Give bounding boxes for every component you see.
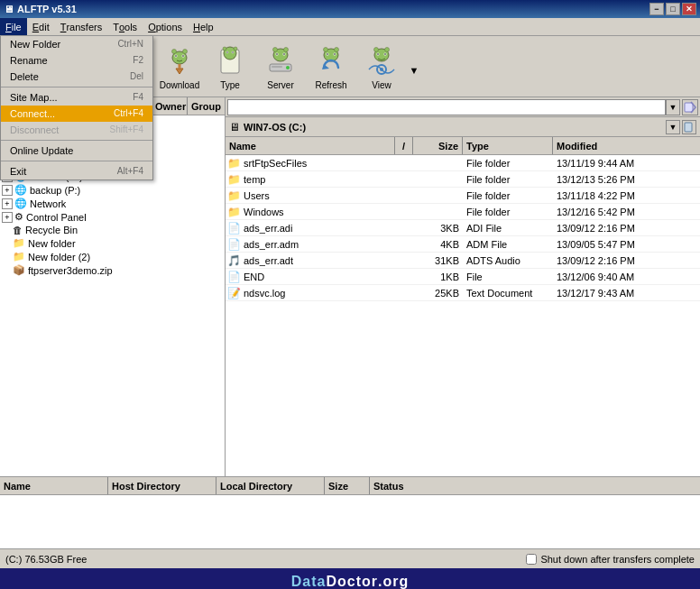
menu-file[interactable]: File xyxy=(0,18,27,35)
menu-delete[interactable]: DeleteDel xyxy=(1,69,152,85)
filename-windows: Windows xyxy=(244,207,284,217)
size-ndsvc-log: 25KB xyxy=(413,288,463,299)
svg-point-50 xyxy=(276,53,278,55)
brand-dot-org: .org xyxy=(378,574,409,589)
file-row-ads-err-adi[interactable]: 📄 ads_err.adi 3KB ADI File 13/09/12 2:16… xyxy=(226,220,700,236)
address-input[interactable] xyxy=(227,99,666,115)
svg-point-70 xyxy=(384,53,386,55)
brand-doctor: Doctor xyxy=(326,574,378,589)
col-group-header: Group xyxy=(188,101,225,112)
file-list[interactable]: 📁 srtFtpSecFiles File folder 13/11/19 9:… xyxy=(226,155,700,476)
file-row-ndsvc-log[interactable]: 📝 ndsvc.log 25KB Text Document 13/12/17 … xyxy=(226,285,700,301)
toolbar-refresh[interactable]: Refresh xyxy=(307,40,355,94)
modified-ads-err-adi: 13/09/12 2:16 PM xyxy=(553,223,700,234)
address-go-btn[interactable] xyxy=(682,99,698,115)
drive-label: WIN7-OS (C:) xyxy=(244,122,666,133)
menu-bar: File Edit Transfers Tools Options Help N… xyxy=(0,18,700,36)
svg-point-35 xyxy=(172,50,177,54)
menu-new-folder[interactable]: New FolderCtrl+N xyxy=(1,36,152,52)
drive-refresh-btn[interactable] xyxy=(682,120,696,134)
size-end: 1KB xyxy=(413,271,463,282)
status-right: Shut down after transfers complete xyxy=(526,554,695,565)
svg-point-34 xyxy=(182,55,184,57)
svg-point-71 xyxy=(374,48,379,52)
right-col-name[interactable]: Name xyxy=(226,137,395,154)
file-row-ads-err-adt[interactable]: 🎵 ads_err.adt 31KB ADTS Audio 13/09/12 2… xyxy=(226,253,700,269)
menu-edit[interactable]: Edit xyxy=(27,18,55,35)
maximize-button[interactable]: □ xyxy=(666,3,680,15)
right-col-modified[interactable]: Modified xyxy=(553,137,700,154)
file-row-end[interactable]: 📄 END 1KB File 13/12/06 9:40 AM xyxy=(226,269,700,285)
drive-dropdown-btn[interactable]: ▼ xyxy=(666,120,680,134)
modified-ads-err-adm: 13/09/05 5:47 PM xyxy=(553,239,700,250)
type-ndsvc-log: Text Document xyxy=(463,288,553,299)
tree-item-control-panel[interactable]: + ⚙ Control Panel xyxy=(0,210,225,224)
file-row-users[interactable]: 📁 Users File folder 13/11/18 4:22 PM xyxy=(226,188,700,204)
queue-body xyxy=(0,495,700,548)
tree-item-backup[interactable]: + 🌐 backup (P:) xyxy=(0,183,225,197)
menu-transfers[interactable]: Transfers xyxy=(55,18,107,35)
type-users: File folder xyxy=(463,190,553,201)
svg-point-32 xyxy=(175,55,177,57)
menu-online-update[interactable]: Online Update xyxy=(1,143,152,159)
right-col-type[interactable]: Type xyxy=(463,137,553,154)
file-row-temp[interactable]: 📁 temp File folder 13/12/13 5:26 PM xyxy=(226,171,700,188)
tree-item-new-folder[interactable]: 📁 New folder xyxy=(0,236,225,250)
status-bar: (C:) 76.53GB Free Shut down after transf… xyxy=(0,548,700,568)
menu-options[interactable]: Options xyxy=(143,18,188,35)
menu-connect[interactable]: Connect...Ctrl+F4 xyxy=(1,106,152,122)
drive-icon: 🖥 xyxy=(229,121,240,133)
svg-point-53 xyxy=(273,48,278,52)
tree-item-new-folder-2[interactable]: 📁 New folder (2) xyxy=(0,250,225,263)
tree-item-ftpserver3demo[interactable]: 📦 ftpserver3demo.zip xyxy=(0,263,225,277)
svg-point-64 xyxy=(335,48,339,52)
menu-tools[interactable]: Tools xyxy=(107,18,143,35)
modified-windows: 13/12/16 5:42 PM xyxy=(553,207,700,217)
refresh-label: Refresh xyxy=(315,80,346,90)
brand-data: Data xyxy=(291,574,327,589)
toolbar-dropdown-arrow[interactable]: ▼ xyxy=(408,40,420,94)
minimize-button[interactable]: − xyxy=(649,3,664,15)
svg-rect-75 xyxy=(685,103,693,112)
toolbar-view[interactable]: View xyxy=(357,40,406,94)
svg-marker-65 xyxy=(322,64,329,69)
file-row-ads-err-adm[interactable]: 📄 ads_err.adm 4KB ADM File 13/09/05 5:47… xyxy=(226,236,700,253)
tree-item-network[interactable]: + 🌐 Network xyxy=(0,197,225,210)
right-col-slash[interactable]: / xyxy=(395,137,413,154)
filename-end: END xyxy=(244,271,264,282)
col-owner-header[interactable]: Owner xyxy=(152,97,188,115)
expand-backup[interactable]: + xyxy=(2,185,13,196)
svg-point-63 xyxy=(324,48,328,52)
filename-users: Users xyxy=(244,190,270,201)
address-dropdown-btn[interactable]: ▼ xyxy=(666,99,680,115)
server-label: Server xyxy=(267,80,293,90)
menu-help[interactable]: Help xyxy=(188,18,219,35)
file-row-srtFtpSecFiles[interactable]: 📁 srtFtpSecFiles File folder 13/11/19 9:… xyxy=(226,155,700,171)
type-windows: File folder xyxy=(463,207,553,217)
file-row-windows[interactable]: 📁 Windows File folder 13/12/16 5:42 PM xyxy=(226,204,700,220)
tree-label-control-panel: Control Panel xyxy=(26,212,87,223)
right-col-size[interactable]: Size xyxy=(413,137,463,154)
toolbar-server[interactable]: Server xyxy=(256,40,305,94)
svg-rect-76 xyxy=(685,123,692,132)
menu-site-map[interactable]: Site Map...F4 xyxy=(1,89,152,106)
modified-users: 13/11/18 4:22 PM xyxy=(553,190,700,201)
app-icon: 🖥 xyxy=(4,4,14,14)
menu-rename[interactable]: RenameF2 xyxy=(1,52,152,69)
queue-col-status: Status xyxy=(370,477,700,494)
close-button[interactable]: ✕ xyxy=(682,3,696,15)
expand-control-panel[interactable]: + xyxy=(2,212,13,223)
tree-item-recycle-bin[interactable]: 🗑 Recycle Bin xyxy=(0,224,225,236)
window-controls: − □ ✕ xyxy=(649,3,696,15)
type-srtFtpSecFiles: File folder xyxy=(463,158,553,169)
queue-header: Name Host Directory Local Directory Size… xyxy=(0,477,700,495)
expand-network[interactable]: + xyxy=(2,198,13,209)
toolbar-download[interactable]: Download xyxy=(155,40,204,94)
svg-point-72 xyxy=(385,48,390,52)
menu-exit[interactable]: ExitAlt+F4 xyxy=(1,163,152,179)
shutdown-checkbox[interactable] xyxy=(526,554,537,565)
filename-srtFtpSecFiles: srtFtpSecFiles xyxy=(244,158,307,169)
view-label: View xyxy=(372,80,391,90)
refresh-icon xyxy=(313,42,349,78)
toolbar-type[interactable]: TXT Type xyxy=(206,40,254,94)
